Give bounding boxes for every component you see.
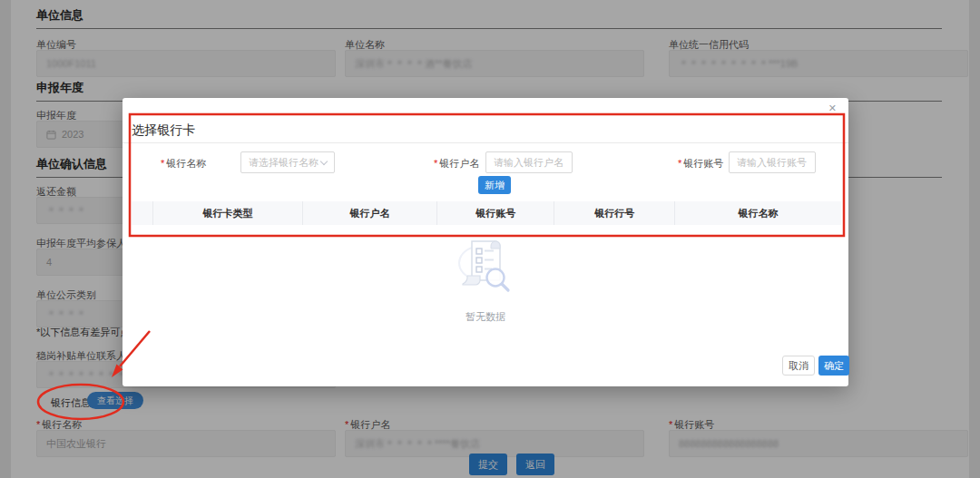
- modal-account-name-label: *银行户名: [434, 157, 479, 171]
- empty-text: 暂无数据: [122, 310, 848, 324]
- modal-bank-name-label: *银行名称: [161, 157, 206, 171]
- add-button[interactable]: 新增: [478, 176, 511, 194]
- table-header-account-name: 银行户名: [302, 201, 437, 225]
- table-header-select: [132, 201, 152, 225]
- cancel-button[interactable]: 取消: [782, 356, 815, 376]
- empty-state: 暂无数据: [122, 236, 848, 324]
- table-header-account-no: 银行账号: [436, 201, 554, 225]
- modal-title-divider: [122, 142, 848, 143]
- modal-title: 选择银行卡: [132, 122, 195, 139]
- chevron-down-icon: [320, 157, 328, 164]
- confirm-button[interactable]: 确定: [818, 356, 849, 376]
- account-no-input[interactable]: [729, 151, 816, 173]
- select-bank-card-modal: ✕ 选择银行卡 *银行名称 请选择银行名称 *银行户名 *银行账号 新增 银行卡…: [122, 98, 848, 386]
- close-icon[interactable]: ✕: [828, 102, 837, 114]
- account-name-input[interactable]: [485, 151, 573, 173]
- modal-account-no-label: *银行账号: [678, 157, 723, 171]
- table-header-branch-no: 银行行号: [554, 201, 674, 225]
- table-header-card-type: 银行卡类型: [152, 201, 301, 225]
- bank-name-select-placeholder: 请选择银行名称: [249, 156, 318, 170]
- empty-data-icon: [456, 236, 515, 296]
- bank-name-select[interactable]: 请选择银行名称: [240, 151, 335, 173]
- table-header-row: 银行卡类型 银行户名 银行账号 银行行号 银行名称: [132, 201, 841, 225]
- table-header-bank-name: 银行名称: [674, 201, 841, 225]
- screen: 单位信息 单位编号 1000F1011 单位名称 深圳市＊＊＊＊酒**餐饮店 单…: [0, 0, 980, 478]
